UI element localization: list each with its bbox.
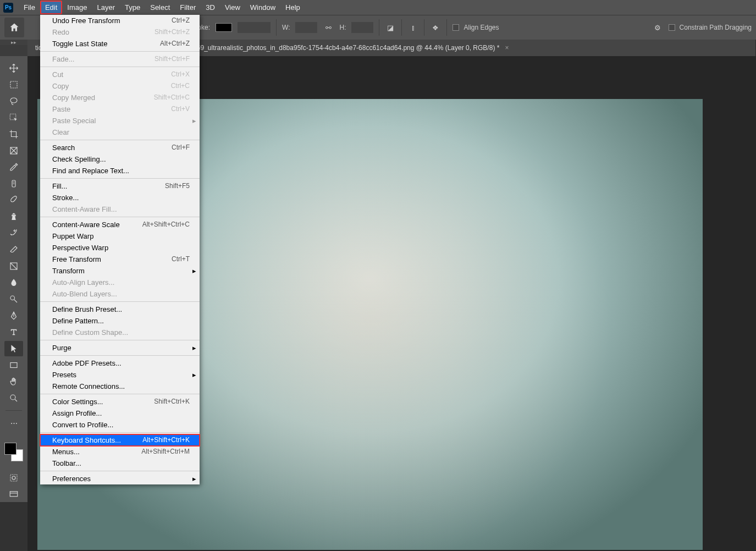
lasso-tool[interactable] xyxy=(4,93,23,109)
crop-tool[interactable] xyxy=(4,126,23,142)
link-icon[interactable]: ⚯ xyxy=(323,22,334,33)
move-tool[interactable] xyxy=(4,60,23,76)
screen-mode-tool[interactable] xyxy=(4,487,23,502)
menu-3d[interactable]: 3D xyxy=(201,1,220,14)
height-label: H: xyxy=(339,24,346,31)
menu-type[interactable]: Type xyxy=(120,1,145,14)
width-input[interactable] xyxy=(295,22,317,33)
close-icon[interactable]: × xyxy=(505,44,509,52)
panel-expand-handle[interactable]: ▸▸ xyxy=(0,40,27,45)
menu-select[interactable]: Select xyxy=(145,1,175,14)
menu-item-define-brush-preset[interactable]: Define Brush Preset... xyxy=(40,304,200,315)
edit-menu-dropdown: Undo Free TransformCtrl+ZRedoShift+Ctrl+… xyxy=(40,15,200,484)
menu-window[interactable]: Window xyxy=(245,1,280,14)
eyedropper-tool[interactable] xyxy=(4,159,23,175)
path-align-icon[interactable]: ⫿ xyxy=(407,22,418,33)
menu-item-convert-to-profile[interactable]: Convert to Profile... xyxy=(40,419,200,431)
hand-tool[interactable] xyxy=(4,374,23,389)
stroke-width-input[interactable] xyxy=(238,22,271,33)
home-button[interactable] xyxy=(4,18,24,37)
object-selection-tool[interactable] xyxy=(4,110,23,125)
blur-tool[interactable] xyxy=(4,275,23,290)
tools-panel: ⋯ xyxy=(0,56,27,502)
menu-item-copy-merged: Copy MergedShift+Ctrl+C xyxy=(40,92,200,103)
healing-brush-tool[interactable] xyxy=(4,176,23,191)
menu-layer[interactable]: Layer xyxy=(92,1,120,14)
menu-item-keyboard-shortcuts[interactable]: Keyboard Shortcuts...Alt+Shift+Ctrl+K xyxy=(40,434,200,446)
menu-item-puppet-warp[interactable]: Puppet Warp xyxy=(40,230,200,242)
menu-file[interactable]: File xyxy=(19,1,40,14)
menu-filter[interactable]: Filter xyxy=(175,1,201,14)
menu-image[interactable]: Image xyxy=(62,1,92,14)
menu-item-clear: Clear xyxy=(40,126,200,138)
marquee-tool[interactable] xyxy=(4,77,23,92)
stroke-color-swatch[interactable] xyxy=(216,23,232,32)
menu-separator xyxy=(40,178,200,179)
gradient-tool[interactable] xyxy=(4,258,23,274)
edit-toolbar-icon[interactable]: ⋯ xyxy=(4,415,23,431)
menu-item-content-aware-scale[interactable]: Content-Aware ScaleAlt+Shift+Ctrl+C xyxy=(40,219,200,230)
document-tab-active[interactable]: majkinio69_ultrarealistic_photos_in_d8ba… xyxy=(165,40,756,56)
menu-item-preferences[interactable]: Preferences▸ xyxy=(40,473,200,484)
path-overlap-icon[interactable]: ◪ xyxy=(385,22,396,33)
menu-separator xyxy=(40,355,200,356)
eraser-tool[interactable] xyxy=(4,242,23,257)
menu-item-menus[interactable]: Menus...Alt+Shift+Ctrl+M xyxy=(40,446,200,458)
brush-tool[interactable] xyxy=(4,192,23,208)
divider xyxy=(379,19,379,36)
zoom-tool[interactable] xyxy=(4,390,23,406)
menu-item-remote-connections[interactable]: Remote Connections... xyxy=(40,381,200,392)
menu-item-define-pattern[interactable]: Define Pattern... xyxy=(40,315,200,327)
type-tool[interactable] xyxy=(4,324,23,340)
svg-rect-11 xyxy=(10,492,18,497)
menu-item-define-custom-shape: Define Custom Shape... xyxy=(40,327,200,338)
divider xyxy=(276,19,277,36)
menu-item-content-aware-fill: Content-Aware Fill... xyxy=(40,203,200,215)
menu-item-assign-profile[interactable]: Assign Profile... xyxy=(40,407,200,419)
menu-item-search[interactable]: SearchCtrl+F xyxy=(40,142,200,153)
menu-item-undo-free-transform[interactable]: Undo Free TransformCtrl+Z xyxy=(40,15,200,26)
menu-item-find-and-replace-text[interactable]: Find and Replace Text... xyxy=(40,165,200,177)
dodge-tool[interactable] xyxy=(4,291,23,307)
menu-item-adobe-pdf-presets[interactable]: Adobe PDF Presets... xyxy=(40,357,200,369)
clone-stamp-tool[interactable] xyxy=(4,209,23,224)
menu-item-fill[interactable]: Fill...Shift+F5 xyxy=(40,180,200,192)
history-brush-tool[interactable] xyxy=(4,225,23,241)
constrain-path-checkbox[interactable]: Constrain Path Dragging xyxy=(669,24,752,31)
menu-item-color-settings[interactable]: Color Settings...Shift+Ctrl+K xyxy=(40,396,200,407)
menu-item-free-transform[interactable]: Free TransformCtrl+T xyxy=(40,254,200,265)
menu-item-auto-blend-layers: Auto-Blend Layers... xyxy=(40,288,200,300)
frame-tool[interactable] xyxy=(4,143,23,158)
menu-view[interactable]: View xyxy=(220,1,245,14)
rectangle-tool[interactable] xyxy=(4,357,23,373)
menu-item-transform[interactable]: Transform▸ xyxy=(40,265,200,277)
menu-item-toggle-last-state[interactable]: Toggle Last StateAlt+Ctrl+Z xyxy=(40,38,200,49)
quick-mask-tool[interactable] xyxy=(4,470,23,486)
menu-item-stroke[interactable]: Stroke... xyxy=(40,192,200,203)
menu-separator xyxy=(40,67,200,67)
color-swatches[interactable] xyxy=(4,443,23,461)
menu-separator xyxy=(40,471,200,471)
height-input[interactable] xyxy=(351,22,373,33)
menu-item-presets[interactable]: Presets▸ xyxy=(40,369,200,381)
menu-item-check-spelling[interactable]: Check Spelling... xyxy=(40,153,200,165)
svg-rect-9 xyxy=(10,475,17,481)
pen-tool[interactable] xyxy=(4,308,23,323)
gear-icon[interactable]: ⚙ xyxy=(652,22,663,33)
menu-item-perspective-warp[interactable]: Perspective Warp xyxy=(40,242,200,254)
photoshop-logo-icon: Ps xyxy=(3,3,13,13)
path-arrange-icon[interactable]: ❖ xyxy=(430,22,441,33)
foreground-color-swatch[interactable] xyxy=(4,443,16,455)
menu-edit[interactable]: Edit xyxy=(40,1,62,14)
menu-help[interactable]: Help xyxy=(280,1,305,14)
menu-item-toolbar[interactable]: Toolbar... xyxy=(40,458,200,469)
menu-separator xyxy=(40,394,200,394)
svg-rect-0 xyxy=(10,81,17,88)
divider xyxy=(446,19,447,36)
svg-point-10 xyxy=(12,476,15,480)
menu-item-paste: PasteCtrl+V xyxy=(40,103,200,115)
menu-item-purge[interactable]: Purge▸ xyxy=(40,342,200,354)
align-edges-checkbox[interactable]: Align Edges xyxy=(453,24,499,31)
menu-separator xyxy=(40,432,200,433)
path-selection-tool[interactable] xyxy=(4,341,23,356)
